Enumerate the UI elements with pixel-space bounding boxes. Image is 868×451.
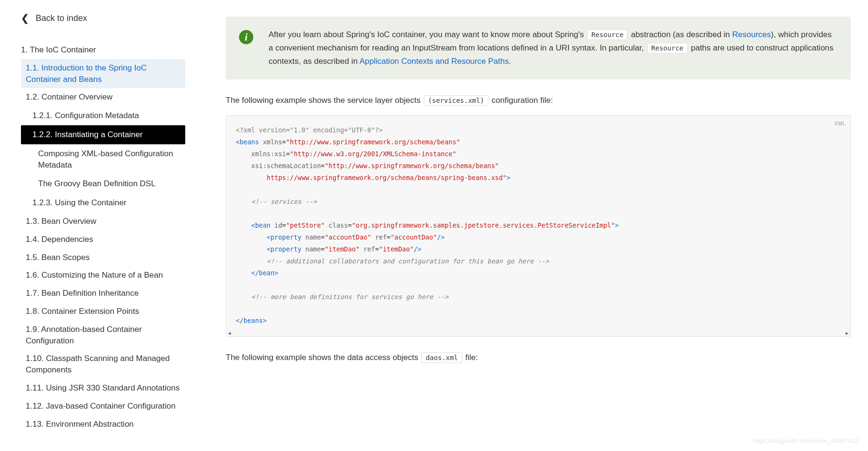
nav-item[interactable]: 1.11. Using JSR 330 Standard Annotations bbox=[21, 379, 185, 397]
nav-item[interactable]: 1.2.2. Instantiating a Container bbox=[21, 125, 185, 144]
nav-item[interactable]: Composing XML-based Configuration Metada… bbox=[21, 144, 185, 175]
info-icon: i bbox=[239, 30, 253, 44]
nav-tree: 1. The IoC Container1.1. Introduction to… bbox=[21, 41, 185, 433]
nav-item[interactable]: 1.3. Bean Overview bbox=[21, 212, 185, 231]
nav-item[interactable]: 1.2.3. Using the Container bbox=[21, 193, 185, 212]
back-label: Back to index bbox=[36, 13, 87, 23]
scroll-left-icon: ◄ bbox=[227, 330, 232, 337]
nav-item[interactable]: 1.9. Annotation-based Container Configur… bbox=[21, 321, 185, 350]
link-resources[interactable]: Resources bbox=[732, 30, 771, 39]
nav-item[interactable]: 1.7. Bean Definition Inheritance bbox=[21, 284, 185, 302]
info-text: After you learn about Spring's IoC conta… bbox=[269, 28, 838, 68]
nav-item[interactable]: 1.8. Container Extension Points bbox=[21, 302, 185, 321]
code-lang-label: XML bbox=[834, 120, 846, 128]
back-to-index-link[interactable]: ❮ Back to index bbox=[21, 12, 185, 24]
sidebar-scroll[interactable]: ❮ Back to index 1. The IoC Container1.1.… bbox=[0, 0, 204, 451]
chevron-left-icon: ❮ bbox=[21, 12, 29, 24]
sidebar: ❮ Back to index 1. The IoC Container1.1.… bbox=[0, 0, 205, 451]
nav-item[interactable]: 1.10. Classpath Scanning and Managed Com… bbox=[21, 350, 185, 379]
link-app-contexts[interactable]: Application Contexts and Resource Paths bbox=[359, 57, 509, 66]
nav-item[interactable]: 1.13. Environment Abstraction bbox=[21, 415, 185, 433]
code-horizontal-scroll[interactable]: ◄ ► bbox=[226, 331, 850, 336]
nav-item[interactable]: 1.5. Bean Scopes bbox=[21, 249, 185, 267]
inline-code-resource-2: Resource bbox=[647, 43, 688, 53]
nav-item[interactable]: 1.4. Dependencies bbox=[21, 231, 185, 249]
info-callout: i After you learn about Spring's IoC con… bbox=[226, 17, 851, 80]
inline-code-daos-xml: daos.xml bbox=[421, 352, 462, 363]
nav-item[interactable]: 1.6. Customizing the Nature of a Bean bbox=[21, 266, 185, 284]
nav-item[interactable]: 1.2. Container Overview bbox=[21, 88, 185, 106]
inline-code-resource-1: Resource bbox=[587, 30, 628, 40]
code-content[interactable]: <?xml version="1.0" encoding="UTF-8"?> <… bbox=[226, 116, 850, 330]
para-daos-intro: The following example shows the data acc… bbox=[226, 351, 851, 364]
main-content: i After you learn about Spring's IoC con… bbox=[205, 0, 868, 451]
para-services-intro: The following example shows the service … bbox=[226, 94, 851, 107]
nav-item[interactable]: 1. The IoC Container bbox=[21, 41, 185, 59]
nav-item[interactable]: 1.1. Introduction to the Spring IoC Cont… bbox=[21, 59, 185, 89]
inline-code-services-xml: (services.xml) bbox=[424, 95, 489, 106]
scroll-right-icon: ► bbox=[845, 330, 849, 337]
nav-item[interactable]: The Groovy Bean Definition DSL bbox=[21, 174, 185, 193]
nav-item[interactable]: 1.12. Java-based Container Configuration bbox=[21, 397, 185, 415]
nav-item[interactable]: 1.2.1. Configuration Metadata bbox=[21, 106, 185, 125]
code-block-services: XML <?xml version="1.0" encoding="UTF-8"… bbox=[226, 115, 851, 336]
